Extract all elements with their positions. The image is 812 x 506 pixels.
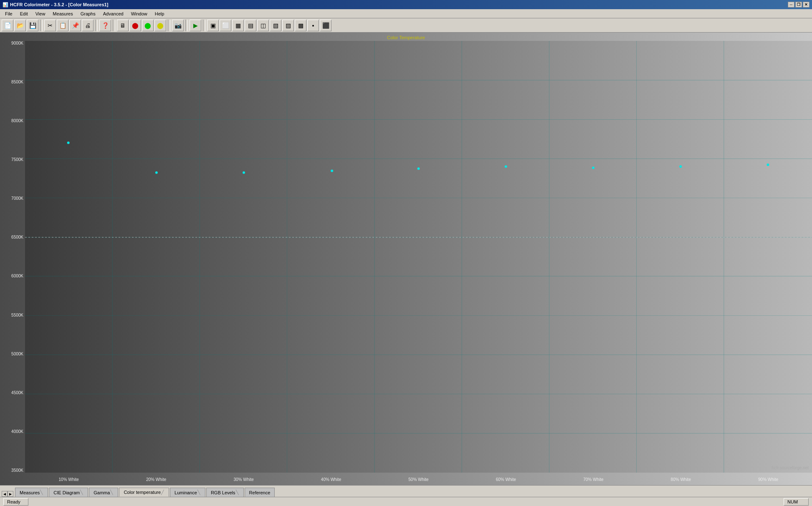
color1-button[interactable]: ⬤ [129, 20, 141, 31]
menu-window[interactable]: Window [128, 10, 151, 17]
y-label-6500: 6500K [11, 235, 23, 239]
view2-button[interactable]: ⬜ [220, 20, 231, 31]
data-point-40 [331, 170, 333, 172]
tab-next-button[interactable]: ▶ [8, 491, 13, 497]
tab-navigation[interactable]: ◀ ▶ [2, 491, 13, 497]
x-label-50: 50% White [408, 477, 428, 482]
menu-advanced[interactable]: Advanced [100, 10, 127, 17]
tab-cie-diagram[interactable]: CIE Diagram ╲ [49, 488, 88, 497]
y-label-4500: 4500K [11, 390, 23, 395]
y-label-9000: 9000K [11, 41, 23, 45]
tab-sep-4: ╱ [161, 490, 164, 495]
x-axis: 10% White 20% White 30% White 40% White … [25, 477, 812, 482]
copy-button[interactable]: 📋 [57, 20, 68, 31]
minimize-button[interactable]: ─ [788, 2, 794, 8]
tab-luminance-label: Luminance [175, 490, 197, 495]
tab-luminance[interactable]: Luminance ╲ [170, 488, 205, 497]
data-point-70 [592, 166, 594, 169]
tab-measures[interactable]: Measures ╲ [15, 488, 48, 497]
data-point-20 [155, 171, 158, 174]
view1-button[interactable]: ▣ [207, 20, 219, 31]
play-button[interactable]: ▶ [190, 20, 201, 31]
toolbar-sep-2 [95, 20, 98, 31]
y-label-4000: 4000K [11, 429, 23, 434]
x-label-90: 90% White [758, 477, 778, 482]
tab-sep-5: ╲ [197, 490, 200, 495]
menu-file[interactable]: File [2, 10, 16, 17]
toolbar-sep-1 [40, 20, 43, 31]
title-bar: 📊 HCFR Colorimeter - 3.5.2 - [Color Meas… [0, 0, 812, 9]
y-label-7500: 7500K [11, 157, 23, 162]
tab-rgb-levels[interactable]: RGB Levels ╲ [206, 488, 244, 497]
view10-button[interactable]: ⬛ [320, 20, 331, 31]
tab-sep-2: ╲ [80, 490, 83, 495]
camera-button[interactable]: 📷 [172, 20, 184, 31]
menu-edit[interactable]: Edit [17, 10, 31, 17]
device-button[interactable]: 🖥 [117, 20, 129, 31]
view6-button[interactable]: ▧ [270, 20, 281, 31]
toolbar: 📄 📂 💾 ✂ 📋 📌 🖨 ❓ 🖥 ⬤ ⬤ ⬤ 📷 ▶ ▣ ⬜ ▦ ▤ ◫ ▧ … [0, 18, 812, 33]
y-label-8000: 8000K [11, 118, 23, 123]
data-point-80 [679, 165, 682, 168]
y-label-5500: 5500K [11, 313, 23, 317]
tab-sep-1: ╲ [40, 490, 43, 495]
help-button[interactable]: ❓ [99, 20, 111, 31]
chart-svg [25, 41, 812, 473]
save-button[interactable]: 💾 [27, 20, 38, 31]
watermark: hcfr.sourceforge.net [772, 466, 809, 470]
data-point-10 [67, 141, 70, 144]
x-label-60: 60% White [496, 477, 516, 482]
tab-sep-3: ╲ [110, 490, 113, 495]
tab-reference-label: Reference [249, 490, 271, 495]
toolbar-sep-3 [113, 20, 115, 31]
view3-button[interactable]: ▦ [232, 20, 244, 31]
tab-gamma[interactable]: Gamma ╲ [89, 488, 118, 497]
cut-button[interactable]: ✂ [44, 20, 56, 31]
print-button[interactable]: 🖨 [82, 20, 94, 31]
toolbar-sep-4 [168, 20, 170, 31]
app-icon: 📊 [3, 2, 8, 8]
y-label-7000: 7000K [11, 196, 23, 201]
y-label-3500: 3500K [11, 468, 23, 473]
chart-container: Color Temperature 9000K 8500K 8000K 7500… [0, 33, 812, 485]
title-bar-left: 📊 HCFR Colorimeter - 3.5.2 - [Color Meas… [3, 2, 108, 8]
status-left: Ready [3, 498, 28, 506]
menu-measures[interactable]: Measures [49, 10, 76, 17]
tab-reference[interactable]: Reference [245, 488, 275, 497]
tab-cie-label: CIE Diagram [53, 490, 80, 495]
menu-help[interactable]: Help [152, 10, 168, 17]
tab-gamma-label: Gamma [94, 490, 110, 495]
tab-prev-button[interactable]: ◀ [2, 491, 8, 497]
tab-bar: ◀ ▶ Measures ╲ CIE Diagram ╲ Gamma ╲ Col… [0, 485, 812, 497]
close-button[interactable]: ✕ [803, 2, 809, 8]
view8-button[interactable]: ▩ [295, 20, 306, 31]
toolbar-sep-5 [185, 20, 188, 31]
view9-button[interactable]: ▪ [307, 20, 319, 31]
paste-button[interactable]: 📌 [69, 20, 81, 31]
status-num: NUM [784, 498, 809, 506]
x-label-20: 20% White [146, 477, 166, 482]
view4-button[interactable]: ▤ [245, 20, 256, 31]
status-bar: Ready NUM [0, 497, 812, 506]
tab-measures-label: Measures [20, 490, 40, 495]
view7-button[interactable]: ▨ [282, 20, 294, 31]
tab-color-temperature[interactable]: Color temperature ╱ [119, 488, 169, 497]
main-area: Color Temperature 9000K 8500K 8000K 7500… [0, 33, 812, 485]
x-label-10: 10% White [59, 477, 79, 482]
y-label-5000: 5000K [11, 352, 23, 356]
title-bar-controls[interactable]: ─ ❐ ✕ [788, 2, 809, 8]
open-button[interactable]: 📂 [14, 20, 26, 31]
view5-button[interactable]: ◫ [257, 20, 269, 31]
chart-title: Color Temperature [387, 35, 425, 40]
color2-button[interactable]: ⬤ [142, 20, 154, 31]
color3-button[interactable]: ⬤ [154, 20, 166, 31]
menu-graphs[interactable]: Graphs [77, 10, 99, 17]
tab-sep-6: ╲ [236, 490, 239, 495]
tab-rgb-levels-label: RGB Levels [211, 490, 235, 495]
x-label-30: 30% White [233, 477, 253, 482]
restore-button[interactable]: ❐ [795, 2, 802, 8]
menu-view[interactable]: View [32, 10, 49, 17]
title-bar-text: HCFR Colorimeter - 3.5.2 - [Color Measur… [10, 2, 108, 7]
new-button[interactable]: 📄 [2, 20, 13, 31]
x-label-70: 70% White [583, 477, 603, 482]
